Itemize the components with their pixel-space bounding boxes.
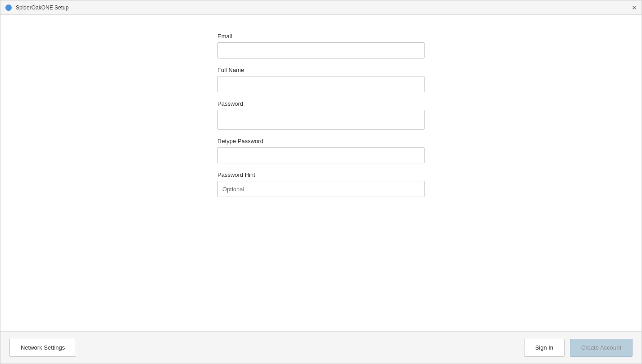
- title-bar-left: SpiderOakONE Setup: [5, 4, 68, 11]
- password-hint-group: Password Hint: [217, 171, 425, 197]
- password-hint-label: Password Hint: [217, 171, 425, 178]
- retype-password-label: Retype Password: [217, 138, 425, 144]
- footer-right: Sign In Create Account: [524, 339, 633, 357]
- password-group: Password: [217, 100, 425, 130]
- password-hint-input[interactable]: [217, 181, 425, 197]
- network-settings-button[interactable]: Network Settings: [9, 339, 76, 357]
- footer: Network Settings Sign In Create Account: [0, 331, 642, 364]
- password-label: Password: [217, 100, 425, 107]
- spideroak-icon: [5, 4, 12, 11]
- content-area: Email Full Name Password Retype Password…: [0, 15, 642, 331]
- close-button[interactable]: ✕: [632, 5, 637, 10]
- email-label: Email: [217, 33, 425, 40]
- form-container: Email Full Name Password Retype Password…: [217, 33, 425, 205]
- sign-in-button[interactable]: Sign In: [524, 339, 565, 357]
- retype-password-group: Retype Password: [217, 138, 425, 163]
- email-group: Email: [217, 33, 425, 58]
- password-input[interactable]: [217, 110, 425, 130]
- email-input[interactable]: [217, 42, 425, 58]
- retype-password-input[interactable]: [217, 147, 425, 163]
- app-icon: [5, 4, 12, 11]
- fullname-group: Full Name: [217, 67, 425, 92]
- title-bar: SpiderOakONE Setup ✕: [0, 0, 642, 15]
- create-account-button[interactable]: Create Account: [570, 339, 633, 357]
- window-title: SpiderOakONE Setup: [16, 4, 68, 11]
- fullname-label: Full Name: [217, 67, 425, 73]
- main-window: SpiderOakONE Setup ✕ Email Full Name Pas…: [0, 0, 642, 364]
- fullname-input[interactable]: [217, 76, 425, 92]
